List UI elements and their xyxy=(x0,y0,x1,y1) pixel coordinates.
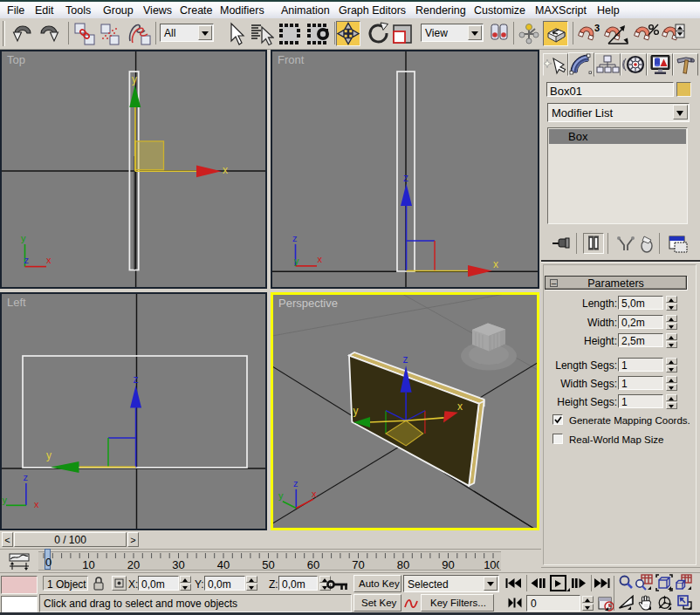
svg-text:x: x xyxy=(312,489,317,499)
svg-text:40: 40 xyxy=(217,558,230,571)
svg-text:y: y xyxy=(21,233,26,243)
svg-text:z: z xyxy=(403,172,408,184)
svg-text:x: x xyxy=(493,258,498,270)
svg-text:x: x xyxy=(318,254,323,264)
svg-text:z: z xyxy=(293,478,299,489)
svg-text:z: z xyxy=(134,373,139,386)
svg-text:y: y xyxy=(294,256,299,266)
svg-text:z: z xyxy=(403,353,408,366)
svg-text:z: z xyxy=(24,472,29,482)
svg-text:90: 90 xyxy=(442,558,454,571)
svg-text:50: 50 xyxy=(262,558,274,571)
svg-text:100: 100 xyxy=(484,558,499,571)
svg-text:z: z xyxy=(24,255,30,265)
svg-text:80: 80 xyxy=(397,558,409,571)
svg-text:10: 10 xyxy=(82,558,94,571)
svg-text:x: x xyxy=(34,499,39,509)
svg-text:x: x xyxy=(223,164,228,176)
svg-text:60: 60 xyxy=(307,558,319,571)
svg-text:70: 70 xyxy=(352,558,364,571)
svg-text:x: x xyxy=(457,400,463,413)
svg-text:y: y xyxy=(132,73,137,85)
svg-text:y: y xyxy=(3,495,8,505)
svg-text:3: 3 xyxy=(594,23,600,33)
svg-text:30: 30 xyxy=(172,558,184,571)
svg-text:z: z xyxy=(292,233,298,243)
svg-text:y: y xyxy=(353,405,359,417)
svg-text:20: 20 xyxy=(127,558,140,571)
svg-text:x: x xyxy=(46,255,51,265)
svg-text:y: y xyxy=(278,490,284,501)
